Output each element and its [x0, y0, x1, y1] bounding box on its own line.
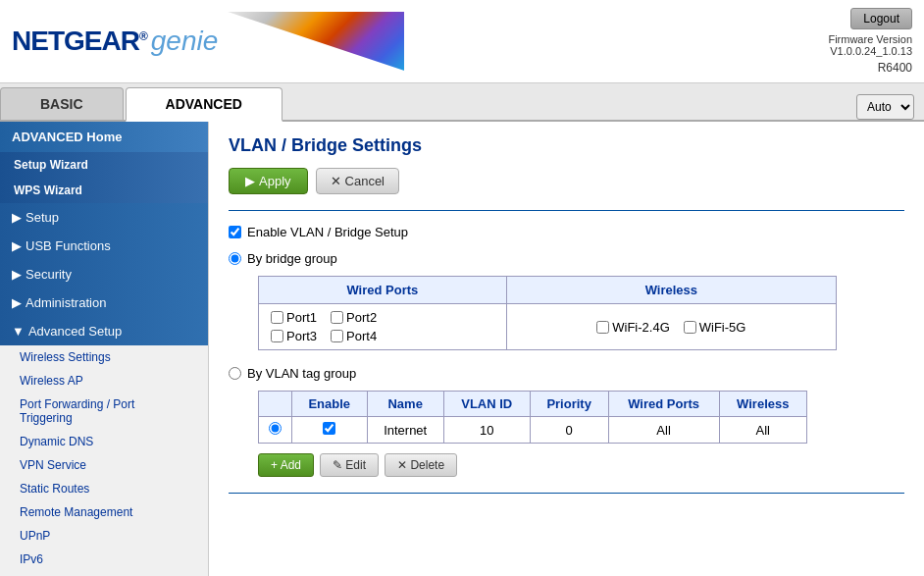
model-info: R6400 — [878, 61, 912, 75]
vlan-row-wireless-cell: All — [719, 417, 806, 444]
add-button[interactable]: + Add — [258, 453, 314, 477]
port3-label: Port3 — [286, 329, 317, 343]
wifi24-item: WiFi-2.4G — [596, 320, 670, 335]
sidebar-link-upnp[interactable]: UPnP — [0, 524, 208, 548]
sidebar-advanced-home[interactable]: ADVANCED Home — [0, 122, 208, 152]
port4-item: Port4 — [331, 329, 377, 343]
vlan-col-enable: Enable — [292, 392, 368, 417]
wired-ports-header: Wired Ports — [259, 277, 507, 304]
usb-arrow-icon: ▶ — [12, 238, 22, 253]
sidebar-link-wireless-ap[interactable]: Wireless AP — [0, 369, 208, 393]
logout-button[interactable]: Logout — [850, 8, 912, 29]
main-layout: ADVANCED Home Setup Wizard WPS Wizard ▶ … — [0, 122, 924, 576]
bridge-group-label: By bridge group — [247, 251, 337, 266]
port1-item: Port1 — [271, 310, 317, 325]
header: NETGEAR® genie Logout Firmware Version V… — [0, 0, 924, 83]
logo-area: NETGEAR® genie — [12, 12, 404, 71]
setup-arrow-icon: ▶ — [12, 210, 22, 225]
bridge-table: Wired Ports Wireless Port1 — [258, 276, 837, 350]
vlan-col-id: VLAN ID — [443, 392, 530, 417]
header-right: Logout Firmware Version V1.0.0.24_1.0.13… — [828, 8, 912, 75]
page-title: VLAN / Bridge Settings — [229, 135, 904, 156]
vlan-col-select — [259, 392, 292, 417]
logo-genie: genie — [151, 26, 219, 57]
sidebar-section-administration[interactable]: ▶ Administration — [0, 288, 208, 317]
sidebar-setup-wizard[interactable]: Setup Wizard — [0, 152, 208, 178]
vlan-col-priority: Priority — [530, 392, 608, 417]
sidebar: ADVANCED Home Setup Wizard WPS Wizard ▶ … — [0, 122, 209, 576]
separator-line — [229, 210, 904, 211]
vlan-row-enable-cell — [292, 417, 368, 444]
port3-checkbox[interactable] — [271, 330, 283, 342]
sidebar-wps-wizard[interactable]: WPS Wizard — [0, 178, 208, 203]
sidebar-link-dynamic-dns[interactable]: Dynamic DNS — [0, 430, 208, 453]
port3-item: Port3 — [271, 329, 317, 343]
wireless-header: Wireless — [506, 277, 836, 304]
sidebar-link-ipv6[interactable]: IPv6 — [0, 548, 208, 571]
sidebar-section-security[interactable]: ▶ Security — [0, 260, 208, 288]
firmware-info: Firmware Version V1.0.0.24_1.0.13 — [828, 33, 912, 57]
port4-label: Port4 — [346, 329, 377, 343]
action-bar: ▶ Apply ✕ Cancel — [229, 168, 904, 194]
vlan-tag-section: Enable Name VLAN ID Priority Wired Ports… — [229, 391, 904, 477]
sidebar-section-usb[interactable]: ▶ USB Functions — [0, 232, 208, 260]
port2-checkbox[interactable] — [331, 311, 343, 324]
sidebar-link-traffic-meter[interactable]: Traffic Meter — [0, 571, 208, 576]
logo-netgear: NETGEAR® — [12, 26, 147, 57]
sidebar-link-vpn-service[interactable]: VPN Service — [0, 453, 208, 477]
sidebar-link-port-forwarding[interactable]: Port Forwarding / Port Triggering — [0, 393, 208, 430]
delete-button[interactable]: ✕ Delete — [385, 453, 457, 477]
apply-button[interactable]: ▶ Apply — [229, 168, 308, 194]
bridge-group-radio[interactable] — [229, 252, 241, 265]
vlan-tag-option: By VLAN tag group — [229, 366, 904, 381]
port2-item: Port2 — [331, 310, 377, 325]
auto-select[interactable]: Auto — [856, 94, 914, 120]
sidebar-section-advanced-setup[interactable]: ▼ Advanced Setup — [0, 317, 208, 345]
vlan-table-actions: + Add ✎ Edit ✕ Delete — [258, 453, 904, 477]
bridge-group-option: By bridge group — [229, 251, 904, 266]
sidebar-link-wireless-settings[interactable]: Wireless Settings — [0, 345, 208, 369]
vlan-tag-label: By VLAN tag group — [247, 366, 356, 381]
vlan-row-radio[interactable] — [269, 422, 282, 435]
port1-checkbox[interactable] — [271, 311, 283, 324]
vlan-row-wired-cell: All — [608, 417, 719, 444]
wifi5-label: WiFi-5G — [699, 320, 746, 335]
vlan-col-wired: Wired Ports — [608, 392, 719, 417]
sidebar-link-static-routes[interactable]: Static Routes — [0, 477, 208, 500]
bottom-separator — [229, 493, 904, 494]
apply-arrow-icon: ▶ — [245, 174, 255, 188]
tab-basic[interactable]: BASIC — [0, 87, 124, 120]
vlan-table-row: Internet 10 0 All All — [259, 417, 807, 444]
edit-button[interactable]: ✎ Edit — [320, 453, 379, 477]
tab-advanced[interactable]: ADVANCED — [126, 87, 282, 122]
port4-checkbox[interactable] — [331, 330, 343, 342]
vlan-row-priority-cell: 0 — [530, 417, 608, 444]
vlan-row-id-cell: 10 — [443, 417, 530, 444]
port2-label: Port2 — [346, 310, 377, 325]
advanced-setup-arrow-icon: ▼ — [12, 324, 25, 339]
sidebar-link-remote-management[interactable]: Remote Management — [0, 500, 208, 524]
wireless-cell: WiFi-2.4G WiFi-5G — [506, 304, 836, 350]
port-row-1: Port1 Port2 — [271, 310, 377, 325]
bridge-table-row: Port1 Port2 Port3 — [259, 304, 837, 350]
auto-select-wrapper: Auto — [856, 94, 914, 120]
wifi5-checkbox[interactable] — [684, 321, 696, 334]
vlan-col-wireless: Wireless — [719, 392, 806, 417]
admin-arrow-icon: ▶ — [12, 295, 22, 310]
vlan-tag-radio[interactable] — [229, 367, 241, 380]
enable-vlan-row: Enable VLAN / Bridge Setup — [229, 225, 904, 239]
vlan-col-name: Name — [367, 392, 443, 417]
vlan-row-select-cell — [259, 417, 292, 444]
enable-vlan-checkbox[interactable] — [229, 226, 241, 238]
wired-ports-cell: Port1 Port2 Port3 — [259, 304, 507, 350]
enable-vlan-label: Enable VLAN / Bridge Setup — [247, 225, 408, 239]
sidebar-section-setup[interactable]: ▶ Setup — [0, 203, 208, 232]
logo-triangle — [228, 12, 404, 71]
wifi-items: WiFi-2.4G WiFi-5G — [519, 320, 824, 335]
vlan-row-enable-checkbox[interactable] — [323, 422, 335, 435]
vlan-table: Enable Name VLAN ID Priority Wired Ports… — [258, 391, 807, 444]
wifi24-checkbox[interactable] — [596, 321, 609, 334]
port-row-2: Port3 Port4 — [271, 329, 377, 343]
cancel-x-icon: ✕ — [331, 174, 341, 188]
cancel-button[interactable]: ✕ Cancel — [316, 168, 399, 194]
